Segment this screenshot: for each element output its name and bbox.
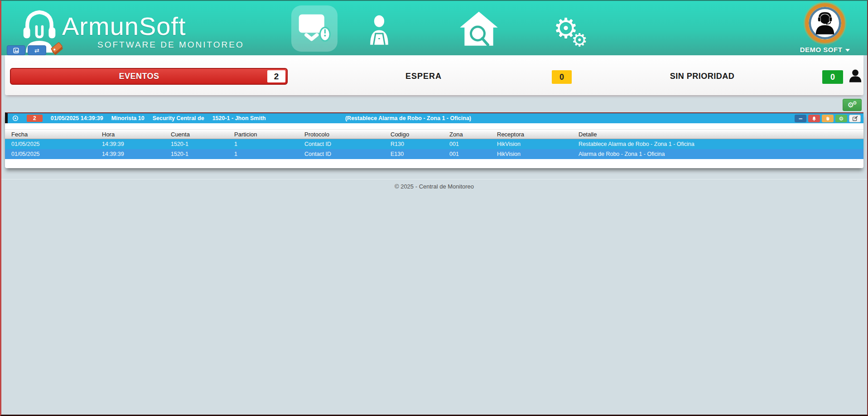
cell-particion: 1 <box>228 141 298 147</box>
home-search-icon <box>459 11 499 47</box>
sin-prioridad-count-badge[interactable]: 0 <box>822 70 843 84</box>
user-avatar[interactable] <box>805 3 845 43</box>
gap-band: ⚙ ⚙ <box>5 95 863 112</box>
minus-icon: − <box>798 116 803 122</box>
image-panel-button[interactable] <box>7 45 25 55</box>
col-detalle[interactable]: Detalle <box>572 131 863 138</box>
event-detail: (Restablece Alarma de Robo - Zona 1 - Of… <box>345 115 471 121</box>
event-count-badge: 2 <box>27 115 43 122</box>
footer: © 2025 - Central de Monitoreo <box>1 179 867 190</box>
col-fecha[interactable]: Fecha <box>5 131 96 138</box>
espera-count-badge[interactable]: 0 <box>552 70 572 84</box>
grid-settings-button[interactable]: ⚙ ⚙ <box>843 99 862 111</box>
event-datetime: 01/05/2025 14:39:39 <box>51 115 103 121</box>
brand-name: ArmunSoft <box>62 14 244 39</box>
bell-icon <box>811 116 817 121</box>
operator-headset-avatar-icon <box>812 10 838 36</box>
col-codigo[interactable]: Codigo <box>384 131 443 138</box>
cell-detalle: Restablece Alarma de Robo - Zona 1 - Ofi… <box>572 141 863 147</box>
table-header-row: Fecha Hora Cuenta Particion Protocolo Co… <box>5 129 863 139</box>
edit-button[interactable] <box>849 115 861 122</box>
eventos-count-badge: 2 <box>267 70 285 82</box>
edit-icon <box>852 116 858 121</box>
event-account: 1520-1 - Jhon Smith <box>212 115 266 121</box>
nav-home-search[interactable] <box>459 11 499 47</box>
col-receptora[interactable]: Receptora <box>491 131 572 138</box>
user-menu[interactable]: DEMO SOFT <box>791 46 859 53</box>
brand-tagline: SOFTWARE DE MONITOREO <box>97 40 244 50</box>
events-panel: 2 01/05/2025 14:39:39 Minorista 10 Secur… <box>5 112 863 168</box>
col-zona[interactable]: Zona <box>443 131 491 138</box>
cell-detalle: Alarma de Robo - Zona 1 - Oficina <box>572 151 863 157</box>
gear-small-icon: ⚙ <box>571 31 588 49</box>
cell-protocolo: Contact ID <box>298 141 384 147</box>
cell-hora: 14:39:39 <box>96 151 164 157</box>
nav-settings[interactable]: ⚙ ⚙ <box>546 9 586 48</box>
col-protocolo[interactable]: Protocolo <box>298 131 384 138</box>
cell-fecha: 01/05/2025 <box>5 151 96 157</box>
sin-prioridad-label[interactable]: SIN PRIORIDAD <box>612 72 793 81</box>
table-row[interactable]: 01/05/2025 14:39:39 1520-1 1 Contact ID … <box>5 139 863 149</box>
espera-label[interactable]: ESPERA <box>333 72 514 81</box>
operator-laptop-icon <box>365 13 393 47</box>
gear-icon: ⚙ <box>839 116 844 122</box>
cell-zona: 001 <box>443 151 491 157</box>
alarm-bell-button[interactable] <box>808 115 820 122</box>
nav-monitoring-active[interactable] <box>291 5 338 52</box>
tags-icon[interactable] <box>48 41 65 56</box>
col-particion[interactable]: Particion <box>228 131 298 138</box>
col-cuenta[interactable]: Cuenta <box>164 131 228 138</box>
swap-arrows-icon: ⇄ <box>34 47 39 54</box>
hand-icon <box>825 116 830 121</box>
eventos-tab[interactable]: EVENTOS 2 <box>10 68 288 85</box>
cell-hora: 14:39:39 <box>96 141 164 147</box>
cell-zona: 001 <box>443 141 491 147</box>
user-name-label: DEMO SOFT <box>800 46 843 53</box>
col-hora[interactable]: Hora <box>96 131 164 138</box>
table-row[interactable]: 01/05/2025 14:39:39 1520-1 1 Contact ID … <box>5 149 863 159</box>
cell-codigo: E130 <box>384 151 443 157</box>
chevron-down-icon <box>845 49 850 52</box>
transfer-button[interactable]: ⇄ <box>28 45 46 55</box>
cell-receptora: HikVision <box>491 151 572 157</box>
monitor-mouse-icon <box>297 12 332 45</box>
event-central: Security Central de <box>153 115 204 121</box>
eventos-label: EVENTOS <box>11 72 267 81</box>
cell-fecha: 01/05/2025 <box>5 141 96 147</box>
app-header: ArmunSoft SOFTWARE DE MONITOREO ⇄ <box>1 1 867 55</box>
nav-operators[interactable] <box>365 13 393 47</box>
cell-receptora: HikVision <box>491 141 572 147</box>
event-dealer: Minorista 10 <box>111 115 145 121</box>
hold-hand-button[interactable] <box>822 115 834 122</box>
process-gear-button[interactable]: ⚙ <box>835 115 847 122</box>
cell-codigo: R130 <box>384 141 443 147</box>
gear-small-icon: ⚙ <box>853 101 857 106</box>
status-band: EVENTOS 2 ESPERA 0 SIN PRIORIDAD 0 <box>5 55 863 95</box>
target-icon <box>12 115 19 121</box>
cell-particion: 1 <box>228 151 298 157</box>
cell-cuenta: 1520-1 <box>164 141 228 147</box>
cell-cuenta: 1520-1 <box>164 151 228 157</box>
minimize-button[interactable]: − <box>795 115 806 122</box>
cell-protocolo: Contact ID <box>298 151 384 157</box>
event-group-header[interactable]: 2 01/05/2025 14:39:39 Minorista 10 Secur… <box>5 112 863 123</box>
image-icon <box>13 48 19 53</box>
person-icon[interactable] <box>847 67 863 85</box>
copyright-text: © 2025 - Central de Monitoreo <box>395 183 474 190</box>
